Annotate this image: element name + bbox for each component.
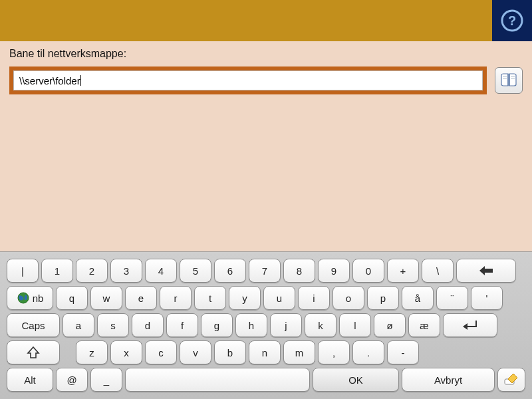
clear-button[interactable] bbox=[497, 368, 525, 392]
keyboard-row-1: | 1 2 3 4 5 6 7 8 9 0 + \ bbox=[1, 259, 531, 283]
keyboard-row-4: z x c v b n m , . - bbox=[1, 340, 531, 364]
key-oe[interactable]: ø bbox=[374, 313, 406, 337]
key-i[interactable]: i bbox=[298, 286, 330, 310]
key-a[interactable]: a bbox=[63, 313, 94, 337]
key-diaeresis[interactable]: ¨ bbox=[436, 286, 468, 310]
key-t[interactable]: t bbox=[194, 286, 226, 310]
key-u[interactable]: u bbox=[263, 286, 295, 310]
header-bar: ? bbox=[0, 0, 532, 41]
key-plus[interactable]: + bbox=[387, 259, 419, 283]
key-g[interactable]: g bbox=[201, 313, 233, 337]
key-9[interactable]: 9 bbox=[318, 259, 350, 283]
key-backspace[interactable] bbox=[456, 259, 516, 283]
key-enter[interactable] bbox=[443, 313, 497, 337]
key-dash[interactable]: - bbox=[387, 340, 419, 364]
key-0[interactable]: 0 bbox=[352, 259, 384, 283]
key-ae[interactable]: æ bbox=[408, 313, 440, 337]
key-underscore[interactable]: _ bbox=[90, 368, 122, 392]
keyboard-row-2: nb q w e r t y u i o p å ¨ ' bbox=[1, 286, 531, 310]
input-frame: \\server\folder bbox=[9, 66, 487, 94]
ok-button[interactable]: OK bbox=[313, 368, 399, 392]
key-e[interactable]: e bbox=[125, 286, 157, 310]
key-k[interactable]: k bbox=[305, 313, 336, 337]
key-o[interactable]: o bbox=[332, 286, 364, 310]
key-alt[interactable]: Alt bbox=[7, 368, 53, 392]
key-j[interactable]: j bbox=[270, 313, 302, 337]
key-pipe[interactable]: | bbox=[7, 259, 39, 283]
key-v[interactable]: v bbox=[180, 340, 211, 364]
key-8[interactable]: 8 bbox=[283, 259, 315, 283]
book-icon bbox=[500, 73, 517, 88]
address-book-button[interactable] bbox=[495, 67, 523, 94]
key-r[interactable]: r bbox=[160, 286, 192, 310]
key-language[interactable]: nb bbox=[7, 286, 53, 310]
enter-icon bbox=[462, 319, 478, 332]
key-6[interactable]: 6 bbox=[214, 259, 246, 283]
key-n[interactable]: n bbox=[249, 340, 281, 364]
key-s[interactable]: s bbox=[97, 313, 129, 337]
key-m[interactable]: m bbox=[283, 340, 315, 364]
eraser-icon bbox=[503, 372, 520, 387]
cancel-button[interactable]: Avbryt bbox=[402, 368, 495, 392]
key-4[interactable]: 4 bbox=[145, 259, 177, 283]
key-space[interactable] bbox=[125, 368, 310, 392]
key-h[interactable]: h bbox=[235, 313, 267, 337]
key-1[interactable]: 1 bbox=[41, 259, 73, 283]
text-caret bbox=[80, 75, 81, 86]
help-icon: ? bbox=[500, 9, 524, 33]
spacer bbox=[63, 340, 73, 364]
key-backslash[interactable]: \ bbox=[422, 259, 454, 283]
key-comma[interactable]: , bbox=[318, 340, 350, 364]
svg-text:?: ? bbox=[508, 13, 516, 28]
key-b[interactable]: b bbox=[214, 340, 246, 364]
key-p[interactable]: p bbox=[367, 286, 399, 310]
key-x[interactable]: x bbox=[110, 340, 142, 364]
key-7[interactable]: 7 bbox=[249, 259, 281, 283]
keyboard-row-3: Caps a s d f g h j k l ø æ bbox=[1, 313, 531, 337]
key-2[interactable]: 2 bbox=[76, 259, 108, 283]
shift-icon bbox=[25, 346, 41, 359]
key-w[interactable]: w bbox=[90, 286, 122, 310]
backspace-icon bbox=[478, 264, 494, 277]
key-z[interactable]: z bbox=[76, 340, 108, 364]
keyboard-row-5: Alt @ _ OK Avbryt bbox=[1, 368, 531, 392]
key-l[interactable]: l bbox=[339, 313, 371, 337]
language-code: nb bbox=[33, 293, 44, 304]
key-shift[interactable] bbox=[7, 340, 60, 364]
key-at[interactable]: @ bbox=[56, 368, 88, 392]
key-period[interactable]: . bbox=[352, 340, 384, 364]
content-area: Bane til nettverksmappe: \\server\folder bbox=[0, 41, 532, 94]
field-label: Bane til nettverksmappe: bbox=[9, 48, 523, 60]
input-text: \\server\folder bbox=[19, 75, 80, 86]
key-d[interactable]: d bbox=[132, 313, 164, 337]
key-caps[interactable]: Caps bbox=[7, 313, 60, 337]
key-c[interactable]: c bbox=[145, 340, 177, 364]
key-3[interactable]: 3 bbox=[110, 259, 142, 283]
key-q[interactable]: q bbox=[56, 286, 88, 310]
network-path-input[interactable]: \\server\folder bbox=[13, 70, 483, 90]
globe-icon bbox=[17, 291, 30, 305]
onscreen-keyboard: | 1 2 3 4 5 6 7 8 9 0 + \ nb q w e r bbox=[0, 251, 532, 399]
key-aa[interactable]: å bbox=[402, 286, 434, 310]
key-y[interactable]: y bbox=[229, 286, 261, 310]
key-f[interactable]: f bbox=[166, 313, 198, 337]
key-apostrophe[interactable]: ' bbox=[471, 286, 503, 310]
key-5[interactable]: 5 bbox=[180, 259, 211, 283]
help-button[interactable]: ? bbox=[492, 0, 532, 41]
